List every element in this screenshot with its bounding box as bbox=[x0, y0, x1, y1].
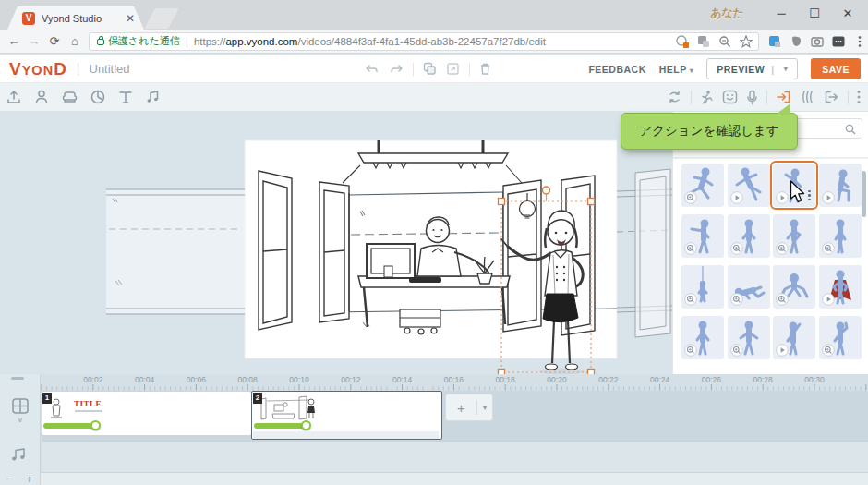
resize-handle[interactable] bbox=[499, 199, 505, 205]
document-title[interactable]: Untitled bbox=[90, 62, 130, 76]
motion-icon[interactable] bbox=[800, 90, 815, 104]
action-thumbnail-stand2[interactable] bbox=[819, 214, 862, 258]
browser-titlebar: V Vyond Studio ✕ あなた ─ ☐ ✕ bbox=[0, 0, 868, 30]
timeline: 00:0200:0400:0600:0800:1000:1200:1400:16… bbox=[0, 374, 868, 485]
help-menu[interactable]: HELP▾ bbox=[659, 64, 694, 75]
header-separator bbox=[413, 63, 414, 76]
url-separator: | bbox=[186, 35, 188, 48]
window-minimize-button[interactable]: ─ bbox=[765, 0, 798, 28]
bookmark-star-icon[interactable] bbox=[740, 35, 753, 48]
toolbar-separator bbox=[766, 91, 767, 104]
audio-track-icon[interactable] bbox=[0, 447, 41, 462]
scene-thumb-subtitle-line bbox=[75, 410, 102, 412]
scene-progress-knob[interactable] bbox=[301, 420, 311, 430]
browser-urlbar-row: ← → ⟳ ⌂ 保護された通信 | https://app.vyond.com/… bbox=[0, 30, 868, 54]
thumbnail-menu-icon[interactable] bbox=[808, 190, 812, 203]
expression-icon[interactable] bbox=[722, 90, 738, 104]
save-button[interactable]: SAVE bbox=[811, 58, 861, 79]
action-thumbnail-phone[interactable] bbox=[819, 316, 862, 359]
ruler-time-label: 00:26 bbox=[702, 375, 722, 384]
timeline-zoom-in[interactable]: + bbox=[26, 473, 33, 485]
character-icon[interactable] bbox=[33, 89, 50, 105]
action-thumbnail-raise[interactable] bbox=[773, 316, 815, 359]
timeline-ruler[interactable]: 00:0200:0400:0600:0800:1000:1200:1400:16… bbox=[0, 374, 868, 391]
action-thumbnail-jump[interactable] bbox=[728, 164, 770, 207]
action-thumbnail-crouch[interactable] bbox=[773, 265, 815, 309]
microphone-icon[interactable] bbox=[746, 90, 758, 105]
window-close-button[interactable]: ✕ bbox=[831, 0, 864, 28]
action-thumbnail-point[interactable] bbox=[681, 214, 724, 258]
feedback-link[interactable]: FEEDBACK bbox=[588, 64, 645, 75]
audio-track[interactable] bbox=[42, 441, 868, 472]
translate-icon[interactable] bbox=[697, 35, 710, 48]
action-thumbnail-cape[interactable] bbox=[819, 265, 862, 309]
scene-thumbnail[interactable] bbox=[254, 394, 326, 421]
browser-tab[interactable]: V Vyond Studio ✕ bbox=[7, 6, 144, 30]
action-thumbnail-stand[interactable] bbox=[681, 316, 724, 359]
enter-icon[interactable] bbox=[776, 90, 791, 104]
scene-progress-knob[interactable] bbox=[90, 420, 101, 430]
ruler-time-label: 00:06 bbox=[187, 375, 207, 384]
scene-block-1[interactable]: 1TITLE bbox=[42, 392, 251, 435]
timeline-drag-handle[interactable] bbox=[11, 377, 24, 380]
ruler-time-label: 00:30 bbox=[804, 375, 825, 384]
action-thumbnail-sit[interactable] bbox=[819, 164, 862, 207]
scene-number-badge: 2 bbox=[253, 393, 262, 404]
action-thumbnail-hip[interactable] bbox=[773, 214, 815, 258]
window-maximize-button[interactable]: ☐ bbox=[798, 0, 831, 28]
editing-canvas[interactable] bbox=[0, 112, 672, 374]
permissions-icon[interactable] bbox=[676, 35, 689, 48]
add-scene-button[interactable]: + ▾ bbox=[445, 394, 493, 421]
more-options-icon[interactable] bbox=[857, 90, 861, 104]
action-thumbnail-floor[interactable] bbox=[728, 265, 770, 309]
new-tab-button[interactable] bbox=[144, 8, 179, 29]
action-icon[interactable] bbox=[700, 90, 714, 105]
screenshot-camera-icon[interactable] bbox=[811, 35, 824, 48]
vyond-studio-window: V Vyond Studio ✕ あなた ─ ☐ ✕ ← → ⟳ ⌂ 保護された… bbox=[0, 0, 868, 485]
zoom-page-icon[interactable] bbox=[718, 35, 731, 48]
preview-button[interactable]: PREVIEW|▾ bbox=[706, 58, 798, 79]
chrome-menu-icon[interactable] bbox=[853, 35, 866, 48]
timeline-gutter: ˅ − + bbox=[0, 374, 41, 485]
scene-block-2[interactable]: 2 bbox=[251, 391, 442, 440]
vyond-logo[interactable]: VYOND bbox=[9, 60, 67, 78]
prop-icon[interactable] bbox=[61, 89, 78, 105]
scene-thumbnail[interactable]: TITLE bbox=[43, 394, 115, 421]
tab-close-icon[interactable]: ✕ bbox=[126, 13, 135, 24]
text-icon[interactable] bbox=[117, 89, 134, 105]
scene-progress-bar[interactable] bbox=[254, 423, 307, 429]
resize-handle[interactable] bbox=[588, 199, 595, 205]
copy-icon[interactable] bbox=[423, 62, 437, 76]
timeline-bottom-bar bbox=[0, 472, 868, 485]
upload-icon[interactable] bbox=[6, 89, 22, 105]
redo-icon[interactable] bbox=[389, 63, 404, 76]
ruler-time-label: 00:08 bbox=[238, 375, 259, 384]
paste-icon[interactable] bbox=[446, 62, 460, 76]
browser-profile-name[interactable]: あなた bbox=[710, 6, 744, 21]
extension-dots-icon[interactable] bbox=[832, 35, 845, 48]
address-bar[interactable]: 保護された通信 | https://app.vyond.com/videos/4… bbox=[89, 32, 759, 51]
mouse-cursor bbox=[790, 180, 806, 204]
scene-progress-bar[interactable] bbox=[43, 423, 96, 429]
home-icon[interactable]: ⌂ bbox=[65, 34, 85, 48]
exit-icon[interactable] bbox=[824, 90, 839, 104]
action-thumbnail-run[interactable] bbox=[681, 164, 724, 207]
action-thumbnail-stand[interactable] bbox=[728, 214, 770, 258]
action-thumbnail-hang[interactable] bbox=[681, 265, 724, 309]
timeline-zoom-out[interactable]: − bbox=[6, 473, 14, 485]
action-thumbnail-wide[interactable] bbox=[728, 316, 770, 359]
undo-icon[interactable] bbox=[365, 63, 380, 76]
scenes-track-icon[interactable] bbox=[0, 398, 41, 414]
forward-icon[interactable]: → bbox=[24, 34, 44, 48]
chart-icon[interactable] bbox=[90, 89, 106, 105]
swap-icon[interactable] bbox=[667, 90, 682, 104]
refresh-icon[interactable]: ⟳ bbox=[44, 34, 65, 48]
extension-blue-icon[interactable] bbox=[768, 35, 781, 48]
evernote-icon[interactable] bbox=[790, 35, 802, 48]
delete-icon[interactable] bbox=[479, 62, 491, 76]
chevron-down-icon: ▾ bbox=[477, 404, 492, 412]
audio-icon[interactable] bbox=[145, 89, 162, 105]
panel-scrollbar[interactable] bbox=[862, 171, 866, 217]
collapse-chevron-icon[interactable]: ˅ bbox=[0, 416, 41, 425]
back-icon[interactable]: ← bbox=[4, 34, 24, 48]
